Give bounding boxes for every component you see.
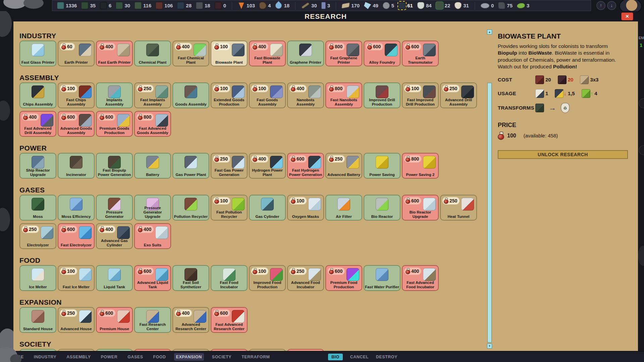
research-card-advanced-research-center[interactable]: 400Advanced Research Center bbox=[172, 307, 209, 333]
research-card-fast-implants-assembly[interactable]: 250Fast Implants Assembly bbox=[134, 82, 171, 108]
device-icon bbox=[321, 2, 326, 9]
research-card-fast-advanced-research-center[interactable]: 600Fast Advanced Research Center bbox=[211, 307, 248, 333]
tab-terraform[interactable]: TERRAFORM bbox=[239, 353, 272, 361]
research-card-premium-food-production[interactable]: 600Premium Food Production bbox=[325, 265, 362, 291]
tab-expansion[interactable]: EXPANSION bbox=[174, 353, 204, 361]
research-card-earth-transmutator[interactable]: 600Earth Transmutator bbox=[402, 41, 439, 66]
research-card-ice-melter[interactable]: Ice Melter bbox=[19, 265, 56, 291]
premium-food-production-icon bbox=[346, 268, 359, 281]
research-card-battery[interactable]: Battery bbox=[134, 153, 171, 179]
research-card-fast-gas-power-generation[interactable]: 250Fast Gas Power Generation bbox=[211, 153, 248, 179]
research-card-improved-drill-production[interactable]: Improved Drill Production bbox=[364, 82, 400, 108]
tab-power[interactable]: POWER bbox=[99, 353, 119, 361]
research-card-oxygen-masks[interactable]: 100Oxygen Masks bbox=[287, 195, 324, 221]
research-card-advanced-liquid-tank[interactable]: 600Advanced Liquid Tank bbox=[134, 265, 171, 291]
research-card-implants-assembly[interactable]: Implants Assembly bbox=[96, 82, 133, 108]
unlock-research-button[interactable]: UNLOCK RESEARCH bbox=[498, 150, 628, 159]
research-card-nanobots-assembly[interactable]: 400Nanobots Assembly bbox=[287, 82, 324, 108]
research-card-fast-soil-synthetizer[interactable]: Fast Soil Synthetizer bbox=[172, 265, 209, 291]
research-card-advanced-goods-assembly[interactable]: 600Advanced Goods Assembly bbox=[58, 111, 95, 137]
resource-soil: 4 bbox=[259, 2, 271, 9]
research-card-power-saving[interactable]: Power Saving bbox=[364, 153, 400, 179]
research-card-ship-reactor-upgrade[interactable]: Ship Reactor Upgrade bbox=[19, 153, 56, 179]
research-card-fast-advanced-food-incubator[interactable]: 400Fast Advanced Food Incubator bbox=[402, 265, 439, 291]
research-card-advanced-battery[interactable]: 250Advanced Battery bbox=[325, 153, 362, 179]
increase-arrow-icon: ↑ bbox=[591, 90, 593, 96]
research-card-fast-water-purifier[interactable]: Fast Water Purifier bbox=[364, 265, 400, 291]
research-card-fast-biopulp-power-generation[interactable]: Fast Biopulp Power Generation bbox=[96, 153, 133, 179]
research-card-advanced-gas-cylinder[interactable]: 400Advanced Gas Cylinder bbox=[96, 223, 133, 249]
research-card-exo-suits[interactable]: 400Exo Suits bbox=[134, 223, 171, 249]
research-card-earth-printer[interactable]: 60Earth Printer bbox=[58, 41, 95, 66]
research-card-biowaste-plant[interactable]: 100Biowaste Plant bbox=[211, 41, 248, 66]
research-card-advanced-food-incubator[interactable]: 250Advanced Food Incubator bbox=[287, 265, 324, 291]
research-card-gas-cylinder[interactable]: Gas Cylinder bbox=[249, 195, 286, 221]
research-card-standard-house[interactable]: Standard House bbox=[19, 307, 56, 333]
research-card-premium-goods-production[interactable]: 600Premium Goods Production bbox=[96, 111, 133, 137]
research-card-fast-graphene-printer[interactable]: 800Fast Graphene Printer bbox=[325, 41, 362, 66]
research-card-fast-chips-assembly[interactable]: 100Fast Chips Assembly bbox=[58, 82, 95, 108]
research-card-fast-pollution-recycler[interactable]: 100Fast Pollution Recycler bbox=[211, 195, 248, 221]
tab-industry[interactable]: INDUSTRY bbox=[32, 353, 58, 361]
research-flask-icon bbox=[406, 268, 410, 274]
tab-food[interactable]: FOOD bbox=[151, 353, 168, 361]
research-card-air-filter[interactable]: Air Filter bbox=[325, 195, 362, 221]
research-card-chemical-plant[interactable]: Chemical Plant bbox=[134, 41, 171, 66]
research-card-alloy-foundry[interactable]: 600Alloy Foundry bbox=[364, 41, 400, 66]
research-card-bio-reactor-upgrade[interactable]: 600Bio Reactor Upgrade bbox=[402, 195, 439, 221]
research-card-fast-goods-assembly[interactable]: 100Fast Goods Assembly bbox=[249, 82, 286, 108]
research-card-fast-advanced-goods-assembly[interactable]: 800Fast Advanced Goods Assembly bbox=[134, 111, 171, 137]
scrollbar-up-icon[interactable]: ▲ bbox=[487, 29, 492, 35]
research-card-advanced-house[interactable]: 250Advanced House bbox=[58, 307, 95, 333]
research-card-pollution-recycler[interactable]: Pollution Recycler bbox=[172, 195, 209, 221]
research-card-goods-assembly[interactable]: Goods Assembly bbox=[172, 82, 209, 108]
scroll-down-button[interactable]: ↓ bbox=[607, 1, 616, 10]
research-card-fast-hydrogen-power-generation[interactable]: 600Fast Hydrogen Power Generation bbox=[287, 153, 324, 179]
research-card-heat-tunnel[interactable]: 250Heat Tunnel bbox=[440, 195, 477, 221]
bio-button[interactable]: BIO bbox=[328, 354, 343, 360]
research-card-pressure-generator[interactable]: Pressure Generator bbox=[96, 195, 133, 221]
close-button[interactable]: × bbox=[621, 12, 633, 20]
research-card-hydrogen-power-plant[interactable]: 400Hydrogen Power Plant bbox=[249, 153, 286, 179]
research-card-pressure-generator-upgrade[interactable]: Pressure Generator Upgrade bbox=[134, 195, 171, 221]
cost-label: COST bbox=[498, 77, 535, 82]
research-card-moss[interactable]: Moss bbox=[19, 195, 56, 221]
research-card-fast-improved-drill-production[interactable]: 100Fast Improved Drill Production bbox=[402, 82, 439, 108]
cancel-button[interactable]: CANCEL bbox=[350, 355, 369, 359]
research-card-advanced-drill-assembly[interactable]: 250Advanced Drill Assembly bbox=[440, 82, 477, 108]
earth-printer-icon bbox=[79, 44, 92, 56]
research-card-fast-electrolyzer[interactable]: 600Fast Electrolyzer bbox=[58, 223, 95, 249]
research-card-fast-ice-melter[interactable]: 100Fast Ice Melter bbox=[58, 265, 95, 291]
nanobots-assembly-icon bbox=[308, 85, 321, 98]
destroy-button[interactable]: DESTROY bbox=[376, 355, 397, 359]
research-card-chips-assembly[interactable]: Chips Assembly bbox=[19, 82, 56, 108]
research-card-fast-biowaste-plant[interactable]: 400Fast Biowaste Plant bbox=[249, 41, 286, 66]
tab-assembly[interactable]: ASSEMBLY bbox=[64, 353, 93, 361]
resource-biopulp-tile-value: 116 bbox=[143, 3, 151, 8]
research-card-label: Fast Graphene Printer bbox=[326, 56, 362, 65]
scroll-up-button[interactable]: ↑ bbox=[596, 1, 605, 10]
research-card-fast-food-incubator[interactable]: Fast Food Incubator bbox=[211, 265, 248, 291]
research-card-gas-power-plant[interactable]: Gas Power Plant bbox=[172, 153, 209, 179]
tab-society[interactable]: SOCIETY bbox=[210, 353, 233, 361]
research-card-improved-food-production[interactable]: 100Improved Food Production bbox=[249, 265, 286, 291]
research-card-fast-advanced-drill-assembly[interactable]: 400Fast Advanced Drill Assembly bbox=[19, 111, 56, 137]
research-card-fast-nanobots-assembly[interactable]: 800Fast Nanobots Assembly bbox=[325, 82, 362, 108]
research-card-label: Earth Printer bbox=[58, 60, 94, 65]
scrollbar-thumb[interactable] bbox=[487, 83, 492, 343]
research-card-fast-chemical-plant[interactable]: 400Fast Chemical Plant bbox=[172, 41, 209, 66]
research-card-fast-research-center[interactable]: Fast Research Center bbox=[134, 307, 171, 333]
research-card-bio-reactor[interactable]: Bio Reactor bbox=[364, 195, 400, 221]
research-card-power-saving-2[interactable]: 800Power Saving 2 bbox=[402, 153, 439, 179]
scrollbar-down-icon[interactable]: ▼ bbox=[487, 344, 492, 349]
research-card-moss-efficiency[interactable]: Moss Efficiency bbox=[58, 195, 95, 221]
research-card-fast-earth-printer[interactable]: 400Fast Earth Printer bbox=[96, 41, 133, 66]
research-card-extended-goods-production[interactable]: 100Extended Goods Production bbox=[211, 82, 248, 108]
research-card-fast-glass-printer[interactable]: Fast Glass Printer bbox=[19, 41, 56, 66]
research-card-incinerator[interactable]: Incinerator bbox=[58, 153, 95, 179]
research-card-premium-house[interactable]: 600Premium House bbox=[96, 307, 133, 333]
research-card-graphene-printer[interactable]: Graphene Printer bbox=[287, 41, 324, 66]
research-card-electrolyzer[interactable]: 250Electrolyzer bbox=[19, 223, 56, 249]
tab-gases[interactable]: GASES bbox=[125, 353, 145, 361]
research-card-liquid-tank[interactable]: Liquid Tank bbox=[96, 265, 133, 291]
